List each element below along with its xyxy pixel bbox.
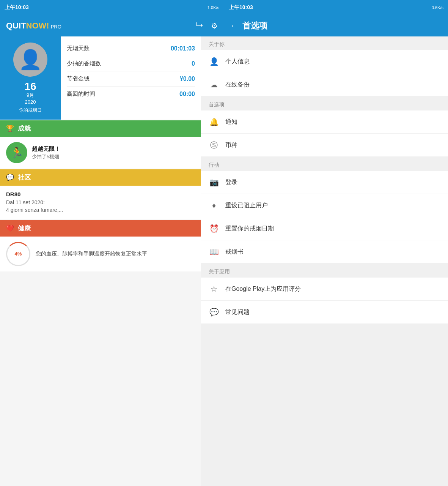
star-icon: ☆: [209, 284, 219, 294]
stat-row: 赢回的时间 00:00: [67, 87, 195, 101]
stat-value: 0: [192, 60, 195, 67]
time-left: 上午10:03: [5, 4, 29, 11]
community-post: Dal 11 set 2020:4 giorni senza fumare,..…: [6, 199, 195, 214]
achievement-title: 超越无限！: [32, 145, 60, 153]
achievement-badge: 🏃: [6, 142, 27, 163]
menu-item[interactable]: 💬 常见问题: [201, 301, 448, 323]
eraser-icon: ♦: [209, 200, 219, 211]
stat-row: 无烟天数 00:01:03: [67, 41, 195, 56]
question-icon: 💬: [209, 307, 219, 317]
achievement-badge-icon: 🏃: [10, 147, 24, 159]
menu-item-label: 常见问题: [225, 308, 250, 316]
health-item: 4% 您的血压、脉搏率和手脚温度开始恢复正常水平: [0, 237, 201, 271]
coin-icon: Ⓢ: [209, 140, 219, 150]
camera-icon: 📷: [209, 177, 219, 188]
menu-item-label: 重置你的戒烟日期: [225, 225, 274, 233]
main-content: 👤 16 9月 2020 你的戒烟日 无烟天数 00:01:03少抽的香烟数: [0, 36, 448, 486]
menu-group: 📷 登录 ♦ 重设已阻止用户 ⏰ 重置你的戒烟日期 📖 戒烟书: [201, 171, 448, 263]
menu-section-label: 关于应用: [201, 264, 448, 278]
menu-item[interactable]: Ⓢ 币种: [201, 134, 448, 156]
menu-section-label: 首选项: [201, 97, 448, 110]
health-header: ❤️ 健康: [0, 220, 201, 237]
menu-item-label: 个人信息: [225, 58, 250, 66]
achievements-title: 成就: [18, 124, 31, 133]
settings-icon[interactable]: ⚙: [211, 21, 218, 30]
menu-item[interactable]: ☆ 在Google Play上为应用评分: [201, 278, 448, 301]
avatar-icon: 👤: [19, 49, 42, 71]
menu-item[interactable]: 📖 戒烟书: [201, 240, 448, 263]
toolbar-left: QUIT NOW! PRO ⮡ ⚙: [0, 15, 224, 36]
health-title: 健康: [18, 224, 31, 233]
quit-label: 你的戒烟日: [19, 107, 42, 114]
toolbar-right: ← 首选项: [224, 15, 448, 36]
achievement-item: 🏃 超越无限！ 少抽了5根烟: [0, 137, 201, 169]
menu-item-label: 戒烟书: [225, 248, 244, 256]
book-icon: 📖: [209, 246, 219, 257]
stat-label: 赢回的时间: [67, 90, 95, 98]
menu-item[interactable]: ☁ 在线备份: [201, 73, 448, 96]
menu-item[interactable]: 👤 个人信息: [201, 50, 448, 73]
logo-now: NOW!: [26, 21, 49, 31]
community-item: DR80 Dal 11 set 2020:4 giorni senza fuma…: [0, 186, 201, 219]
community-title: 社区: [18, 173, 31, 182]
achievements-header: 🏆 成就: [0, 120, 201, 137]
profile-stats: 无烟天数 00:01:03少抽的香烟数 0节省金钱 ¥0.00赢回的时间 00:…: [61, 36, 201, 120]
health-description: 您的血压、脉搏率和手脚温度开始恢复正常水平: [36, 250, 195, 258]
stat-label: 少抽的香烟数: [67, 60, 101, 67]
health-progress-circle: 4%: [6, 242, 30, 266]
person-icon: 👤: [209, 56, 219, 67]
community-username: DR80: [6, 191, 195, 197]
status-icons-left: 1.0K/s: [207, 5, 219, 10]
achievement-desc: 少抽了5根烟: [32, 153, 60, 160]
menu-group: 🔔 通知 Ⓢ 币种: [201, 110, 448, 156]
heart-icon: ❤️: [6, 224, 14, 232]
menu-item[interactable]: 🔔 通知: [201, 110, 448, 134]
back-button[interactable]: ←: [230, 21, 239, 31]
menu-item-label: 登录: [225, 178, 237, 186]
menu-item[interactable]: ⏰ 重置你的戒烟日期: [201, 217, 448, 240]
quit-date: 16 9月 2020 你的戒烟日: [19, 81, 42, 114]
menu-item-label: 通知: [225, 118, 237, 126]
page-title-area: ← 首选项: [230, 20, 267, 32]
page-title: 首选项: [242, 20, 267, 32]
menu-item-label: 在Google Play上为应用评分: [225, 285, 301, 293]
stat-row: 少抽的香烟数 0: [67, 56, 195, 71]
stat-value: ¥0.00: [180, 76, 195, 82]
cloud-icon: ☁: [209, 79, 219, 90]
stat-label: 节省金钱: [67, 75, 90, 82]
menu-section-label: 关于你: [201, 36, 448, 50]
stat-value: 00:01:03: [171, 45, 195, 52]
menu-item-label: 重设已阻止用户: [225, 202, 268, 210]
status-bar-left: 上午10:03 1.0K/s: [0, 0, 224, 15]
stat-value: 00:00: [179, 91, 195, 98]
stat-label: 无烟天数: [67, 45, 90, 52]
quit-day: 16: [19, 81, 42, 92]
status-icons-right: 0.6K/s: [432, 5, 443, 10]
trophy-icon: 🏆: [6, 125, 14, 133]
time-right: 上午10:03: [229, 4, 253, 11]
menu-item[interactable]: ♦ 重设已阻止用户: [201, 194, 448, 217]
right-panel: 关于你 👤 个人信息 ☁ 在线备份 首选项 🔔 通知 Ⓢ 币种 行动 📷 登录 …: [201, 36, 448, 486]
menu-item-label: 币种: [225, 141, 237, 149]
clock-icon: ⏰: [209, 223, 219, 234]
profile-sidebar: 👤 16 9月 2020 你的戒烟日: [0, 36, 61, 120]
toolbar: QUIT NOW! PRO ⮡ ⚙ ← 首选项: [0, 15, 448, 36]
toolbar-action-icons: ⮡ ⚙: [196, 21, 218, 30]
achievement-text: 超越无限！ 少抽了5根烟: [32, 145, 60, 160]
community-header: 💬 社区: [0, 169, 201, 186]
menu-item-label: 在线备份: [225, 81, 250, 89]
app-logo: QUIT NOW! PRO: [6, 21, 61, 31]
logo-pro: PRO: [51, 24, 61, 30]
share-icon[interactable]: ⮡: [196, 22, 203, 30]
menu-section-label: 行动: [201, 157, 448, 171]
status-bar-right: 上午10:03 0.6K/s: [224, 0, 448, 15]
menu-item[interactable]: 📷 登录: [201, 171, 448, 194]
avatar: 👤: [13, 43, 47, 77]
stat-row: 节省金钱 ¥0.00: [67, 71, 195, 87]
bell-icon: 🔔: [209, 117, 219, 127]
left-panel: 👤 16 9月 2020 你的戒烟日 无烟天数 00:01:03少抽的香烟数: [0, 36, 201, 486]
profile-card: 👤 16 9月 2020 你的戒烟日 无烟天数 00:01:03少抽的香烟数: [0, 36, 201, 120]
menu-group: ☆ 在Google Play上为应用评分 💬 常见问题: [201, 278, 448, 323]
menu-group: 👤 个人信息 ☁ 在线备份: [201, 50, 448, 96]
status-bars: 上午10:03 1.0K/s 上午10:03 0.6K/s: [0, 0, 448, 15]
